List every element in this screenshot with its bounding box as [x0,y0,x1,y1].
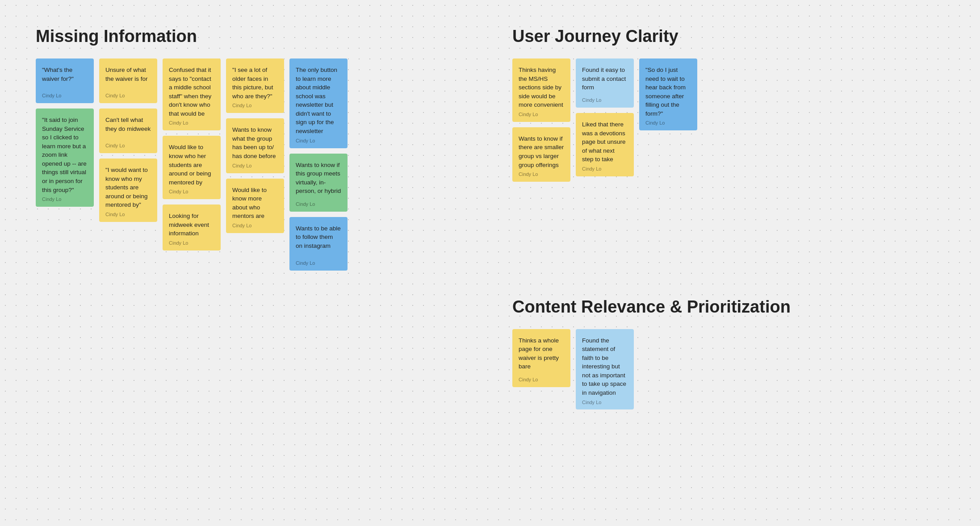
card-author: Cindy Lo [42,92,61,100]
sticky-card: "What's the waiver for?" Cindy Lo [36,58,94,103]
card-author: Cindy Lo [296,201,315,208]
card-author: Cindy Lo [582,97,601,104]
card-author: Cindy Lo [519,111,538,118]
cards-missing-info: "What's the waiver for?" Cindy Lo "It sa… [36,58,468,271]
sticky-card: Wants to know if there are smaller group… [512,127,570,182]
affinity-board: Missing Information "What's the waiver f… [36,27,944,409]
card-text: "I would want to know who my students ar… [105,167,148,208]
card-author: Cindy Lo [105,211,125,218]
sticky-card: Can't tell what they do midweek Cindy Lo [99,109,157,153]
sticky-card: "It said to join Sunday Service so I cli… [36,109,94,207]
col-1: "What's the waiver for?" Cindy Lo "It sa… [36,58,94,207]
col-2: Unsure of what the waiver is for Cindy L… [99,58,157,222]
section-title-content-relevance: Content Relevance & Prioritization [512,297,944,317]
cards-user-journey: Thinks having the MS/HS sections side by… [512,58,944,182]
card-author: Cindy Lo [232,163,251,170]
sticky-card: "So do I just need to wait to hear back … [639,58,697,130]
card-text: Would like to know more about who mentor… [232,187,267,220]
cr-col-2: Found the statement of faith to be inter… [576,329,634,410]
col-3: Confused that it says to "contact a midd… [163,58,221,250]
card-text: Would like to know who her students are … [169,144,211,185]
card-text: Thinks a whole page for one waiver is pr… [519,337,559,370]
uj-col-1: Thinks having the MS/HS sections side by… [512,58,570,182]
col-4: "I see a lot of older faces in this pict… [226,58,284,233]
sticky-card: Would like to know who her students are … [163,136,221,199]
card-text: Can't tell what they do midweek [105,117,151,132]
cr-col-1: Thinks a whole page for one waiver is pr… [512,329,570,387]
section-content-relevance: Content Relevance & Prioritization Think… [512,297,944,410]
card-text: Wants to know if there are smaller group… [519,135,564,168]
card-text: Thinks having the MS/HS sections side by… [519,67,563,108]
card-author: Cindy Lo [519,171,538,178]
card-text: "I see a lot of older faces in this pict… [232,67,273,100]
sticky-card: The only button to learn more about midd… [289,58,348,148]
section-title-missing-info: Missing Information [36,27,468,46]
uj-col-3: "So do I just need to wait to hear back … [639,58,697,130]
uj-col-2: Found it easy to submit a contact form C… [576,58,634,176]
card-text: Unsure of what the waiver is for [105,67,148,82]
card-text: "So do I just need to wait to hear back … [645,67,686,117]
card-text: Liked that there was a devotions page bu… [582,121,626,163]
top-row: Missing Information "What's the waiver f… [36,27,944,271]
card-text: Found it easy to submit a contact form [582,67,626,91]
sticky-card: "I would want to know who my students ar… [99,159,157,222]
card-author: Cindy Lo [582,166,601,173]
card-author: Cindy Lo [232,102,251,109]
col-5: The only button to learn more about midd… [289,58,348,271]
card-author: Cindy Lo [519,376,538,384]
sticky-card: Thinks a whole page for one waiver is pr… [512,329,570,387]
card-author: Cindy Lo [105,142,125,150]
sticky-card: Found it easy to submit a contact form C… [576,58,634,108]
card-text: Looking for midweek event information [169,213,209,237]
sticky-card: Found the statement of faith to be inter… [576,329,634,410]
card-author: Cindy Lo [582,399,601,406]
card-text: The only button to learn more about midd… [296,67,337,134]
card-text: Wants to know what the group has been up… [232,126,276,159]
sticky-card: "I see a lot of older faces in this pict… [226,58,284,113]
card-author: Cindy Lo [169,240,188,247]
card-text: Wants to be able to follow them on insta… [296,225,341,249]
card-text: "What's the waiver for?" [42,67,74,82]
sticky-card: Looking for midweek event information Ci… [163,205,221,250]
bottom-row: Content Relevance & Prioritization Think… [36,297,944,410]
sticky-card: Liked that there was a devotions page bu… [576,113,634,176]
sticky-card: Confused that it says to "contact a midd… [163,58,221,130]
card-text: Found the statement of faith to be inter… [582,337,626,396]
sticky-card: Wants to know what the group has been up… [226,118,284,173]
card-author: Cindy Lo [105,92,125,100]
card-author: Cindy Lo [232,222,251,230]
card-author: Cindy Lo [645,120,665,127]
sticky-card: Would like to know more about who mentor… [226,179,284,233]
card-text: Confused that it says to "contact a midd… [169,67,211,117]
sticky-card: Unsure of what the waiver is for Cindy L… [99,58,157,103]
section-missing-info: Missing Information "What's the waiver f… [36,27,468,271]
card-author: Cindy Lo [169,188,188,196]
card-author: Cindy Lo [169,120,188,127]
sticky-card: Wants to be able to follow them on insta… [289,217,348,271]
card-author: Cindy Lo [296,260,315,267]
section-title-user-journey: User Journey Clarity [512,27,944,46]
sticky-card: Wants to know if this group meets virtua… [289,154,348,212]
card-author: Cindy Lo [42,196,61,203]
card-text: "It said to join Sunday Service so I cli… [42,117,87,193]
cards-content-relevance: Thinks a whole page for one waiver is pr… [512,329,944,410]
sticky-card: Thinks having the MS/HS sections side by… [512,58,570,122]
section-user-journey: User Journey Clarity Thinks having the M… [512,27,944,271]
card-author: Cindy Lo [296,138,315,145]
card-text: Wants to know if this group meets virtua… [296,162,341,195]
